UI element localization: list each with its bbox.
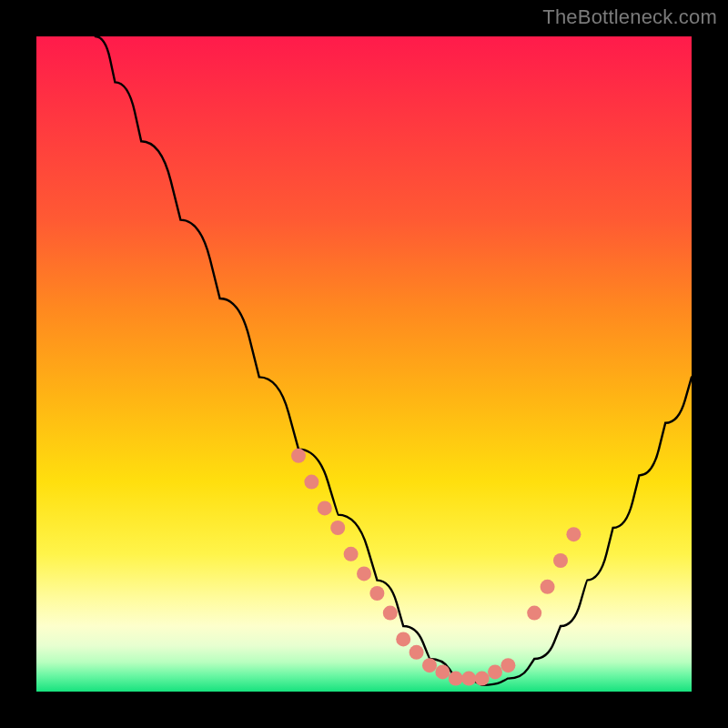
chart-stage: TheBottleneck.com	[0, 0, 728, 728]
highlight-dot	[541, 580, 555, 594]
highlight-dot	[304, 475, 318, 490]
highlight-dot	[291, 449, 306, 463]
highlight-dot	[488, 664, 502, 679]
highlight-dot	[396, 632, 410, 646]
highlight-dot	[318, 500, 332, 515]
highlight-dot	[527, 606, 541, 621]
highlight-dot	[357, 566, 371, 581]
highlight-dot	[553, 553, 568, 568]
highlight-dot	[461, 672, 476, 686]
bottleneck-curve	[96, 36, 692, 685]
highlight-dot	[435, 664, 450, 679]
plot-area	[36, 36, 692, 692]
highlight-dot	[369, 586, 384, 601]
highlight-dot	[344, 547, 359, 561]
highlight-dot	[475, 672, 490, 686]
highlight-dot	[330, 521, 345, 535]
highlight-dot	[500, 658, 515, 672]
highlight-dot	[449, 672, 463, 686]
highlight-dot	[566, 527, 581, 541]
highlight-dots	[291, 449, 581, 686]
highlight-dot	[383, 606, 398, 621]
highlight-dot	[422, 658, 437, 672]
watermark-text: TheBottleneck.com	[542, 5, 717, 29]
curve-svg	[36, 36, 692, 692]
highlight-dot	[410, 645, 424, 660]
